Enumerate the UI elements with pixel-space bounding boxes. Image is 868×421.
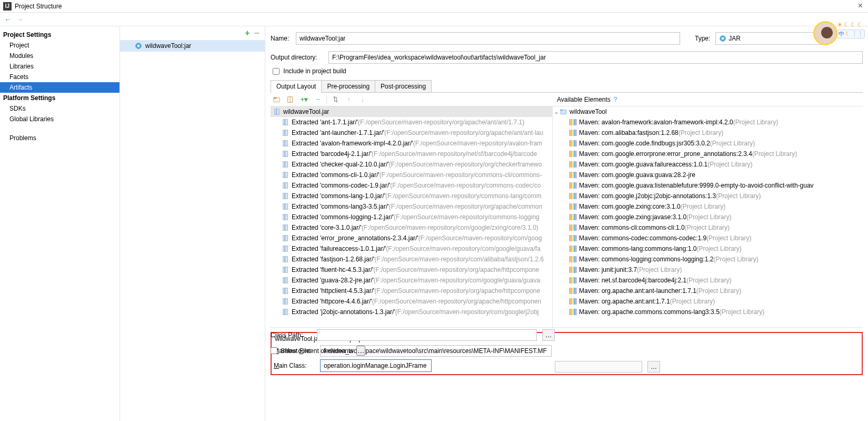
output-dir-input[interactable] xyxy=(328,51,863,64)
nav-item-artifacts[interactable]: Artifacts xyxy=(0,82,119,93)
available-tree-item[interactable]: Maven: com.google.zxing:javase:3.1.0 (Pr… xyxy=(553,212,863,222)
output-tree-root[interactable]: wildwaveTool.jar xyxy=(271,106,552,117)
output-tree-item[interactable]: Extracted 'commons-codec-1.9.jar/' (F:/o… xyxy=(271,180,552,191)
include-build-label: Include in project build xyxy=(283,67,346,75)
add-content-icon[interactable]: +▾ xyxy=(299,94,310,105)
output-tree-item[interactable]: Extracted 'error_prone_annotations-2.3.4… xyxy=(271,233,552,243)
output-tree-item[interactable]: Extracted 'commons-cli-1.0.jar/' (F:/ope… xyxy=(271,170,552,180)
new-folder-icon[interactable] xyxy=(272,94,282,105)
nav-item-sdks[interactable]: SDKs xyxy=(0,103,119,114)
output-tree-item[interactable]: Extracted 'core-3.1.0.jar/' (F:/openSour… xyxy=(271,222,552,233)
library-icon xyxy=(570,267,577,273)
output-tree-item[interactable]: Extracted 'barcode4j-2.1.jar/' (F:/openS… xyxy=(271,149,552,159)
available-tree-root[interactable]: ⌄wildwaveTool xyxy=(553,106,863,117)
available-tree-item[interactable]: Maven: org.apache.ant:ant:1.7.1 (Project… xyxy=(553,296,863,307)
output-tree-item[interactable]: Extracted 'commons-lang-1.0.jar/' (F:/op… xyxy=(271,191,552,201)
nav-item-modules[interactable]: Modules xyxy=(0,51,119,61)
type-dropdown[interactable]: JAR ⌄ xyxy=(715,32,828,45)
library-icon xyxy=(570,277,577,283)
available-tree-item[interactable]: Maven: net.sf.barcode4j:barcode4j:2.1 (P… xyxy=(553,275,863,286)
available-tree-item[interactable]: Maven: com.google.guava:listenablefuture… xyxy=(553,180,863,191)
nav-item-project[interactable]: Project xyxy=(0,40,119,51)
output-tree-item[interactable]: Extracted 'httpclient-4.5.3.jar/' (F:/op… xyxy=(271,286,552,296)
svg-rect-27 xyxy=(284,204,285,210)
available-tree-item[interactable]: Maven: commons-logging:commons-logging:1… xyxy=(553,254,863,265)
svg-rect-45 xyxy=(284,299,285,305)
nav-item-libraries[interactable]: Libraries xyxy=(0,61,119,72)
output-tree-item[interactable]: Extracted 'ant-1.7.1.jar/' (F:/openSourc… xyxy=(271,117,552,128)
available-tree-item[interactable]: Maven: commons-lang:commons-lang:1.0 (Pr… xyxy=(553,243,863,254)
class-path-input[interactable] xyxy=(317,329,537,341)
output-tree-item[interactable]: Extracted 'failureaccess-1.0.1.jar/' (F:… xyxy=(271,243,552,254)
move-up-icon: ↑ xyxy=(344,94,354,105)
class-path-label: Class Path: xyxy=(271,331,312,339)
available-tree-item[interactable]: Maven: junit:junit:3.7 (Project Library) xyxy=(553,265,863,275)
main-class-browse-button[interactable]: … xyxy=(647,361,660,373)
output-tree-item[interactable]: Extracted 'guava-28.2-jre.jar/' (F:/open… xyxy=(271,275,552,286)
library-icon xyxy=(570,246,577,252)
output-tree-item[interactable]: Extracted 'j2objc-annotations-1.3.jar/' … xyxy=(271,307,552,317)
available-tree-item[interactable]: Maven: avalon-framework:avalon-framework… xyxy=(553,117,863,128)
output-layout-tree[interactable]: wildwaveTool.jarExtracted 'ant-1.7.1.jar… xyxy=(271,106,553,327)
library-icon xyxy=(570,309,577,315)
available-tree-item[interactable]: Maven: com.google.errorprone:error_prone… xyxy=(553,149,863,159)
sort-icon[interactable]: ⇅ xyxy=(330,94,341,105)
svg-rect-5 xyxy=(274,97,276,99)
extracted-icon xyxy=(282,245,290,252)
nav-history-row: ← → xyxy=(0,13,868,26)
extracted-icon xyxy=(282,129,290,136)
add-icon[interactable]: + xyxy=(245,28,250,38)
output-tree-item[interactable]: Extracted 'commons-logging-1.2.jar/' (F:… xyxy=(271,212,552,222)
nav-item-problems[interactable]: Problems xyxy=(0,133,119,143)
available-tree-item[interactable]: Maven: org.apache.commons:commons-lang3:… xyxy=(553,307,863,317)
avatar xyxy=(813,21,837,45)
show-content-label: Show content of elements xyxy=(281,347,353,355)
help-icon[interactable]: ? xyxy=(614,96,617,103)
tab-pre-processing[interactable]: Pre-processing xyxy=(321,80,375,92)
output-tree-item[interactable]: Extracted 'ant-launcher-1.7.1.jar/' (F:/… xyxy=(271,128,552,138)
available-tree-item[interactable]: Maven: commons-codec:commons-codec:1.9 (… xyxy=(553,233,863,243)
output-tree-item[interactable]: Extracted 'httpcore-4.4.6.jar/' (F:/open… xyxy=(271,296,552,307)
close-icon[interactable]: × xyxy=(858,1,863,11)
main-class-input-right[interactable] xyxy=(555,361,642,373)
grip-icon: ⋮⋮ xyxy=(852,31,863,37)
output-tree-item[interactable]: Extracted 'fastjson-1.2.68.jar/' (F:/ope… xyxy=(271,254,552,265)
chevron-down-icon: ⌄ xyxy=(553,108,560,115)
available-tree-item[interactable]: Maven: com.google.j2objc:j2objc-annotati… xyxy=(553,191,863,201)
sun-icon: ☀ xyxy=(837,21,843,28)
module-icon xyxy=(560,109,567,115)
show-content-browse-button[interactable]: … xyxy=(356,346,365,356)
extracted-icon xyxy=(282,287,290,295)
available-elements-tree[interactable]: ⌄wildwaveToolMaven: avalon-framework:ava… xyxy=(553,106,863,327)
available-tree-item[interactable]: Maven: commons-cli:commons-cli:1.0 (Proj… xyxy=(553,222,863,233)
output-tree-item[interactable]: Extracted 'fluent-hc-4.5.3.jar/' (F:/ope… xyxy=(271,265,552,275)
main-class-input[interactable] xyxy=(321,360,431,371)
include-build-checkbox[interactable] xyxy=(273,68,280,75)
moon-icon: ☾ xyxy=(857,21,863,28)
available-tree-item[interactable]: Maven: com.google.guava:guava:28.2-jre xyxy=(553,170,863,180)
nav-item-facets[interactable]: Facets xyxy=(0,72,119,82)
tab-post-processing[interactable]: Post-processing xyxy=(375,80,432,92)
library-icon xyxy=(570,256,577,262)
nav-item-global-libraries[interactable]: Global Libraries xyxy=(0,114,119,124)
app-icon: IJ xyxy=(3,2,12,11)
library-icon xyxy=(570,214,577,220)
move-down-icon: ↓ xyxy=(357,94,368,105)
available-tree-item[interactable]: Maven: com.google.code.findbugs:jsr305:3… xyxy=(553,138,863,149)
available-tree-item[interactable]: Maven: com.alibaba:fastjson:1.2.68 (Proj… xyxy=(553,128,863,138)
name-input[interactable] xyxy=(296,32,680,45)
show-content-checkbox[interactable] xyxy=(271,347,277,354)
artifact-list-item[interactable]: wildwaveTool:jar xyxy=(120,40,265,52)
back-arrow-icon[interactable]: ← xyxy=(2,14,14,25)
available-tree-item[interactable]: Maven: com.google.zxing:core:3.1.0 (Proj… xyxy=(553,201,863,212)
tab-output-layout[interactable]: Output Layout xyxy=(271,80,322,92)
output-tree-item[interactable]: Extracted 'checker-qual-2.10.0.jar/' (F:… xyxy=(271,159,552,170)
class-path-browse-button[interactable]: … xyxy=(542,329,555,341)
type-value: JAR xyxy=(729,35,741,42)
output-tree-item[interactable]: Extracted 'avalon-framework-impl-4.2.0.j… xyxy=(271,138,552,149)
available-tree-item[interactable]: Maven: org.apache.ant:ant-launcher:1.7.1… xyxy=(553,286,863,296)
output-tree-item[interactable]: Extracted 'commons-lang3-3.5.jar/' (F:/o… xyxy=(271,201,552,212)
new-archive-icon[interactable] xyxy=(285,94,296,105)
extracted-icon xyxy=(282,182,290,189)
available-tree-item[interactable]: Maven: com.google.guava:failureaccess:1.… xyxy=(553,159,863,170)
